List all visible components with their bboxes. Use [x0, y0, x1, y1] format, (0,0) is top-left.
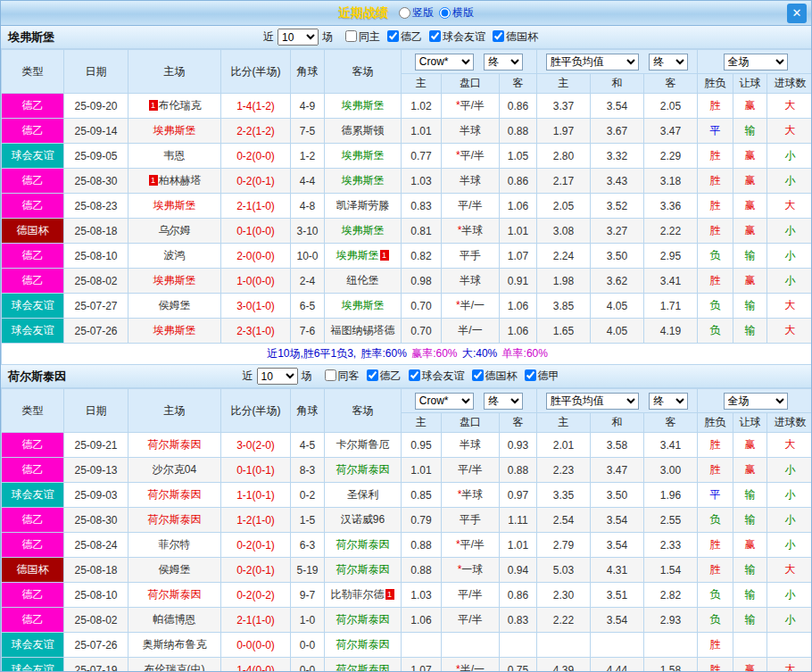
away-team[interactable]: 比勒菲尔德1	[325, 583, 402, 608]
team-link[interactable]: 侯姆堡	[159, 563, 191, 576]
away-team[interactable]: 埃弗斯堡	[325, 294, 402, 319]
team-link[interactable]: 埃弗斯堡	[153, 324, 196, 336]
team-link[interactable]: 荷尔斯泰因	[336, 613, 390, 626]
home-team[interactable]: 埃弗斯堡	[128, 269, 221, 294]
team-link[interactable]: 埃弗斯堡	[342, 99, 385, 112]
odds-final-select[interactable]: 终	[484, 54, 523, 71]
home-team[interactable]: 侯姆堡	[128, 558, 221, 583]
mean-final-select[interactable]: 终	[649, 393, 688, 410]
team-link[interactable]: 荷尔斯泰因	[148, 588, 202, 601]
filter-checkbox[interactable]	[525, 369, 536, 381]
filter-checkbox-label[interactable]: 同主	[345, 30, 380, 43]
team-link[interactable]: 荷尔斯泰因	[148, 488, 202, 501]
filter-checkbox[interactable]	[409, 369, 420, 381]
team-link[interactable]: 纽伦堡	[347, 274, 379, 286]
team-link[interactable]: 沙尔克04	[153, 463, 196, 476]
filter-checkbox-label[interactable]: 球会友谊	[409, 369, 465, 382]
away-team[interactable]: 汉诺威96	[325, 508, 402, 533]
home-team[interactable]: 帕德博恩	[128, 608, 221, 633]
away-team[interactable]: 荷尔斯泰因	[325, 608, 402, 633]
team-link[interactable]: 埃弗斯堡	[342, 299, 385, 311]
filter-checkbox-label[interactable]: 球会友谊	[429, 30, 485, 43]
mean-select[interactable]: 胜平负均值	[546, 54, 639, 71]
team-link[interactable]: 菲尔特	[159, 538, 191, 551]
home-team[interactable]: 埃弗斯堡	[128, 194, 221, 219]
team-link[interactable]: 乌尔姆	[159, 224, 191, 236]
team-link[interactable]: 埃弗斯堡	[153, 274, 196, 286]
team-link[interactable]: 荷尔斯泰因	[336, 638, 390, 651]
team-link[interactable]: 埃弗斯堡	[153, 124, 196, 137]
team-link[interactable]: 凯泽斯劳滕	[336, 199, 390, 212]
team-link[interactable]: 布伦瑞克	[159, 99, 202, 112]
home-team[interactable]: 埃弗斯堡	[128, 319, 221, 344]
team-link[interactable]: 荷尔斯泰因	[336, 538, 390, 551]
away-team[interactable]: 荷尔斯泰因	[325, 533, 402, 558]
odds-company-select[interactable]: Crow*	[415, 393, 474, 410]
away-team[interactable]: 荷尔斯泰因	[325, 558, 402, 583]
home-team[interactable]: 菲尔特	[128, 533, 221, 558]
match-count-select[interactable]: 10	[278, 29, 319, 46]
away-team[interactable]: 埃弗斯堡1	[325, 244, 402, 269]
team-link[interactable]: 汉诺威96	[341, 513, 385, 526]
match-count-select[interactable]: 10	[257, 368, 298, 385]
away-team[interactable]: 荷尔斯泰因	[325, 633, 402, 658]
team-link[interactable]: 卡尔斯鲁厄	[336, 438, 390, 451]
filter-checkbox[interactable]	[429, 30, 441, 42]
filter-checkbox-label[interactable]: 德国杯	[493, 30, 538, 43]
team-link[interactable]: 布伦瑞克(中)	[145, 663, 205, 672]
home-team[interactable]: 1柏林赫塔	[128, 169, 221, 194]
team-link[interactable]: 埃弗斯堡	[153, 199, 196, 212]
team-link[interactable]: 荷尔斯泰因	[336, 563, 390, 576]
team-link[interactable]: 埃弗斯堡	[336, 249, 379, 261]
filter-checkbox[interactable]	[493, 30, 504, 42]
team-link[interactable]: 荷尔斯泰因	[148, 513, 202, 526]
home-team[interactable]: 波鸿	[128, 244, 221, 269]
close-icon[interactable]: ✕	[787, 4, 807, 23]
away-team[interactable]: 荷尔斯泰因	[325, 458, 402, 483]
filter-checkbox-label[interactable]: 德乙	[367, 369, 402, 382]
team-link[interactable]: 圣保利	[347, 488, 379, 501]
team-link[interactable]: 埃弗斯堡	[342, 224, 385, 236]
home-team[interactable]: 布伦瑞克(中)	[128, 658, 221, 672]
odds-company-select[interactable]: Crow*	[415, 54, 474, 71]
filter-checkbox[interactable]	[325, 369, 336, 381]
team-link[interactable]: 波鸿	[164, 249, 186, 261]
away-team[interactable]: 凯泽斯劳滕	[325, 194, 402, 219]
horizontal-layout-label[interactable]: 横版	[452, 5, 474, 21]
home-team[interactable]: 埃弗斯堡	[128, 119, 221, 144]
mean-final-select[interactable]: 终	[649, 54, 688, 71]
fulltime-select[interactable]: 全场	[724, 393, 788, 410]
horizontal-layout-radio[interactable]	[439, 7, 451, 19]
team-link[interactable]: 荷尔斯泰因	[148, 438, 202, 451]
away-team[interactable]: 卡尔斯鲁厄	[325, 433, 402, 458]
mean-select[interactable]: 胜平负均值	[546, 393, 639, 410]
filter-checkbox-label[interactable]: 同客	[325, 369, 360, 382]
fulltime-select[interactable]: 全场	[724, 54, 788, 71]
away-team[interactable]: 福图纳锡塔德	[325, 319, 402, 344]
filter-checkbox-label[interactable]: 德甲	[525, 369, 559, 382]
away-team[interactable]: 荷尔斯泰因	[325, 658, 402, 672]
team-link[interactable]: 奥斯纳布鲁克	[143, 638, 207, 651]
filter-checkbox[interactable]	[367, 369, 378, 381]
home-team[interactable]: 荷尔斯泰因	[128, 433, 221, 458]
team-link[interactable]: 荷尔斯泰因	[336, 663, 390, 672]
home-team[interactable]: 荷尔斯泰因	[128, 508, 221, 533]
home-team[interactable]: 乌尔姆	[128, 219, 221, 244]
home-team[interactable]: 1布伦瑞克	[128, 94, 221, 119]
filter-checkbox-label[interactable]: 德国杯	[472, 369, 518, 382]
team-link[interactable]: 帕德博恩	[153, 613, 196, 626]
filter-checkbox[interactable]	[387, 30, 399, 42]
away-team[interactable]: 圣保利	[325, 483, 402, 508]
filter-checkbox[interactable]	[472, 369, 484, 381]
team-link[interactable]: 埃弗斯堡	[342, 149, 385, 162]
team-link[interactable]: 福图纳锡塔德	[331, 324, 395, 336]
home-team[interactable]: 荷尔斯泰因	[128, 483, 221, 508]
odds-final-select[interactable]: 终	[484, 393, 523, 410]
home-team[interactable]: 侯姆堡	[128, 294, 221, 319]
filter-checkbox[interactable]	[345, 30, 357, 42]
vertical-layout-label[interactable]: 竖版	[412, 5, 434, 21]
away-team[interactable]: 埃弗斯堡	[325, 169, 402, 194]
team-link[interactable]: 德累斯顿	[342, 124, 385, 137]
away-team[interactable]: 埃弗斯堡	[325, 94, 402, 119]
away-team[interactable]: 纽伦堡	[325, 269, 402, 294]
